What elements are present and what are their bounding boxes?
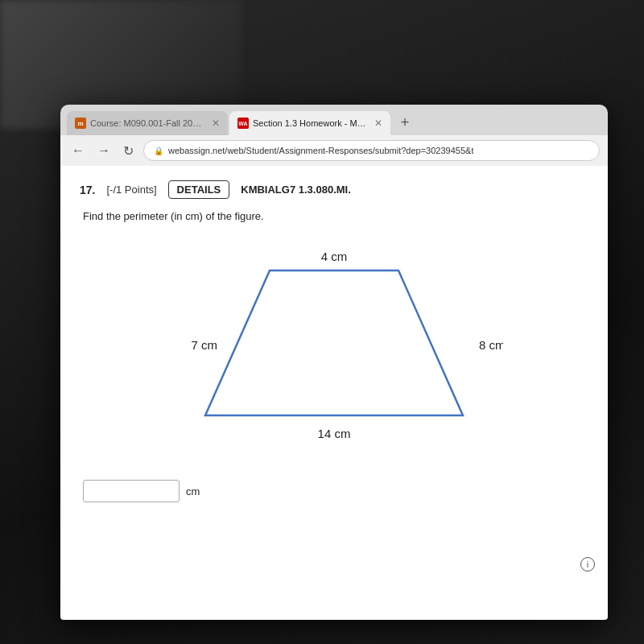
unit-label: cm xyxy=(186,485,200,497)
top-label: 4 cm xyxy=(321,250,348,263)
question-header: 17. [-/1 Points] DETAILS KMBIALG7 1.3.08… xyxy=(80,180,588,199)
forward-button[interactable]: → xyxy=(94,142,114,159)
tab-moodle-label: Course: M090.001-Fall 2022 – Intr xyxy=(90,118,204,128)
lock-icon: 🔒 xyxy=(154,147,163,155)
back-button[interactable]: ← xyxy=(68,142,88,159)
question-code: KMBIALG7 1.3.080.MI. xyxy=(241,184,351,196)
page-content: 17. [-/1 Points] DETAILS KMBIALG7 1.3.08… xyxy=(60,166,608,620)
details-button[interactable]: DETAILS xyxy=(168,180,230,199)
tab-bar: m Course: M090.001-Fall 2022 – Intr ✕ WA… xyxy=(60,105,608,135)
screen-bezel: m Course: M090.001-Fall 2022 – Intr ✕ WA… xyxy=(60,105,608,620)
address-text: webassign.net/web/Student/Assignment-Res… xyxy=(168,146,473,155)
question-number: 17. xyxy=(80,184,95,196)
tab-moodle-close[interactable]: ✕ xyxy=(212,118,220,129)
moodle-icon: m xyxy=(75,118,86,129)
refresh-button[interactable]: ↻ xyxy=(120,142,137,160)
trapezoid-polygon xyxy=(205,270,463,415)
tab-webassign-label: Section 1.3 Homework - M090.00 xyxy=(253,118,367,128)
browser-window: m Course: M090.001-Fall 2022 – Intr ✕ WA… xyxy=(60,105,608,620)
right-label: 8 cm xyxy=(479,338,503,352)
tab-moodle[interactable]: m Course: M090.001-Fall 2022 – Intr ✕ xyxy=(67,111,228,135)
answer-input[interactable] xyxy=(83,480,180,502)
trapezoid-svg: 4 cm 7 cm 8 cm 14 cm xyxy=(165,238,503,464)
info-icon[interactable]: i xyxy=(580,557,595,572)
address-bar-row: ← → ↻ 🔒 webassign.net/web/Student/Assign… xyxy=(60,135,608,166)
bottom-label: 14 cm xyxy=(318,427,351,440)
new-tab-button[interactable]: + xyxy=(395,113,415,132)
address-input[interactable]: 🔒 webassign.net/web/Student/Assignment-R… xyxy=(143,140,600,161)
webassign-icon: WA xyxy=(237,118,249,129)
points-label: [-/1 Points] xyxy=(106,184,156,196)
trapezoid-container: 4 cm 7 cm 8 cm 14 cm xyxy=(165,238,503,464)
left-label: 7 cm xyxy=(191,338,217,352)
tab-webassign[interactable]: WA Section 1.3 Homework - M090.00 ✕ xyxy=(229,111,390,135)
tab-webassign-close[interactable]: ✕ xyxy=(374,118,382,129)
figure-area: 4 cm 7 cm 8 cm 14 cm xyxy=(80,238,588,464)
question-prompt: Find the perimeter (in cm) of the figure… xyxy=(83,210,588,222)
answer-row: cm xyxy=(83,480,588,502)
